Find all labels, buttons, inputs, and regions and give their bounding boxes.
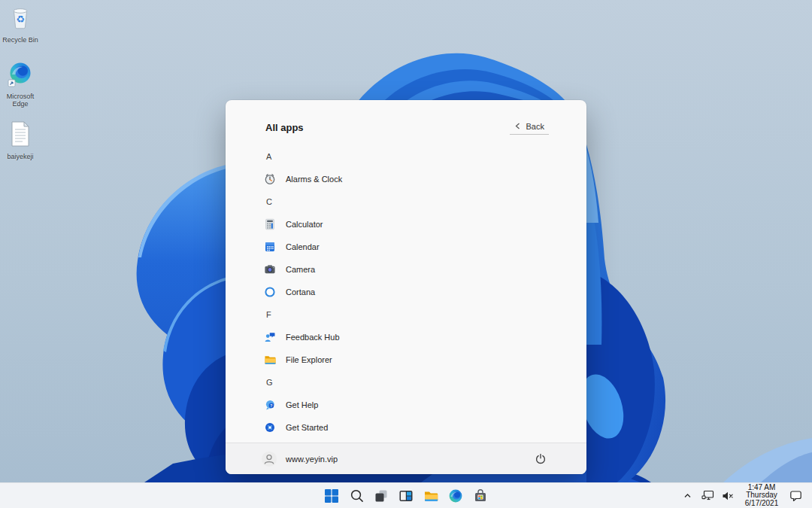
edge-icon	[448, 488, 463, 503]
app-item-file-explorer[interactable]: File Explorer	[226, 348, 582, 371]
file-explorer-icon	[264, 354, 276, 366]
taskbar-task-view-button[interactable]	[371, 486, 391, 506]
taskbar-file-explorer-button[interactable]	[421, 486, 441, 506]
tray-notifications-button[interactable]	[786, 485, 804, 506]
windows-start-icon	[324, 488, 339, 503]
back-button[interactable]: Back	[510, 120, 549, 135]
recycle-bin-icon: ♻	[8, 4, 33, 34]
user-name-label: www.yeyin.vip	[286, 455, 338, 464]
tray-volume-button[interactable]	[719, 485, 737, 506]
section-letter-g[interactable]: G	[226, 371, 582, 394]
taskbar-widgets-button[interactable]	[396, 486, 416, 506]
user-account-button[interactable]: www.yeyin.vip	[261, 451, 338, 467]
user-avatar	[261, 451, 277, 467]
calculator-icon	[264, 218, 276, 230]
desktop-icon-microsoft-edge[interactable]: Microsoft Edge	[0, 62, 41, 108]
power-button[interactable]	[531, 449, 550, 469]
get-help-icon: ?	[264, 399, 276, 411]
chevron-left-icon	[514, 123, 521, 129]
volume-muted-icon	[722, 491, 734, 501]
start-menu-header: All apps Back	[265, 118, 549, 136]
cortana-icon	[264, 286, 276, 298]
system-tray: 1:47 AM Thursday 6/17/2021	[678, 483, 804, 508]
app-item-alarms-clock[interactable]: Alarms & Clock	[226, 168, 582, 190]
section-letter-a[interactable]: A	[226, 145, 582, 168]
section-letter-c[interactable]: C	[226, 190, 582, 213]
app-item-calculator[interactable]: Calculator	[226, 213, 582, 236]
tray-network-button[interactable]	[698, 485, 717, 506]
clock-date: 6/17/2021	[741, 500, 783, 508]
taskbar-search-button[interactable]	[347, 486, 366, 506]
tray-clock[interactable]: 1:47 AM Thursday 6/17/2021	[739, 485, 784, 506]
app-item-camera[interactable]: Camera	[226, 258, 582, 281]
search-icon	[350, 488, 364, 503]
desktop-icon-label: baiyekeji	[7, 153, 33, 160]
feedback-hub-icon	[264, 331, 276, 343]
app-item-calendar[interactable]: Calendar	[226, 236, 582, 258]
file-explorer-icon	[423, 488, 438, 503]
back-button-label: Back	[526, 122, 544, 131]
desktop-icon-label: Microsoft Edge	[0, 93, 41, 108]
chevron-up-icon	[683, 491, 692, 500]
taskbar-store-button[interactable]	[471, 486, 490, 506]
start-menu-panel: All apps Back A Alarms & Clock C	[226, 100, 586, 474]
taskbar: 1:47 AM Thursday 6/17/2021	[0, 482, 812, 508]
taskbar-edge-button[interactable]	[446, 486, 465, 506]
power-icon	[535, 453, 547, 465]
app-item-feedback-hub[interactable]: Feedback Hub	[226, 326, 582, 348]
section-letter-f[interactable]: F	[226, 303, 582, 326]
camera-icon	[264, 263, 276, 275]
alarms-clock-icon	[264, 173, 276, 185]
ethernet-network-icon	[701, 490, 714, 501]
taskbar-start-button[interactable]	[322, 486, 341, 506]
svg-text:♻: ♻	[16, 14, 25, 25]
start-menu-user-bar: www.yeyin.vip	[226, 443, 586, 474]
desktop-icon-baiyekeji[interactable]: baiyekeji	[0, 120, 41, 160]
widgets-icon	[398, 488, 414, 503]
desktop-icon-label: Recycle Bin	[2, 36, 38, 44]
get-started-icon	[264, 421, 276, 433]
app-item-get-started[interactable]: Get Started	[226, 416, 582, 439]
notification-bubble-icon	[789, 490, 802, 502]
all-apps-title: All apps	[265, 122, 304, 133]
tray-overflow-button[interactable]	[678, 485, 696, 506]
app-item-cortana[interactable]: Cortana	[226, 281, 582, 303]
text-document-icon	[9, 120, 32, 151]
calendar-icon	[264, 241, 276, 253]
svg-text:?: ?	[270, 403, 272, 408]
desktop-icon-recycle-bin[interactable]: ♻ Recycle Bin	[0, 4, 41, 44]
app-item-get-help[interactable]: ? Get Help	[226, 394, 582, 416]
task-view-icon	[374, 488, 389, 503]
microsoft-store-icon	[473, 488, 488, 503]
taskbar-center-buttons	[322, 483, 490, 508]
all-apps-list: A Alarms & Clock C	[226, 145, 582, 439]
edge-icon	[8, 62, 33, 90]
